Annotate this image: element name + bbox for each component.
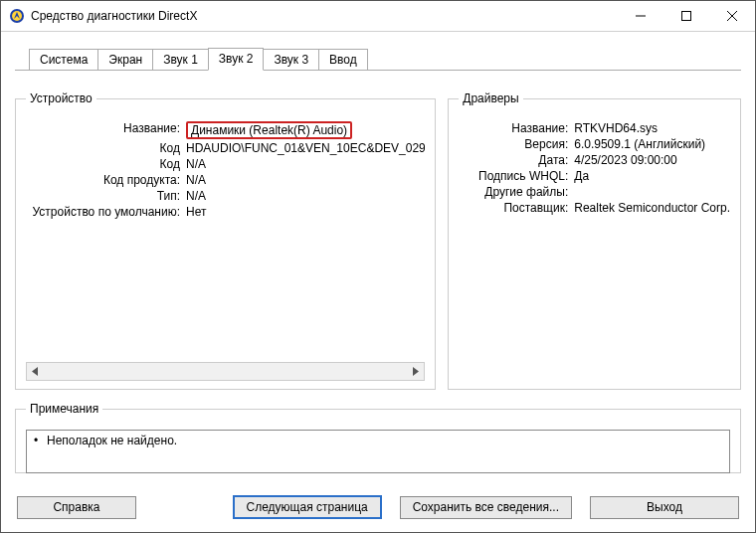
- label: Код продукта:: [26, 173, 186, 187]
- notes-group: Примечания • Неполадок не найдено.: [15, 402, 741, 473]
- maximize-button[interactable]: [663, 1, 709, 31]
- value: [574, 185, 730, 199]
- scroll-left-arrow-icon[interactable]: [27, 364, 44, 379]
- close-button[interactable]: [709, 1, 755, 31]
- app-icon: [9, 8, 25, 24]
- tab-input[interactable]: Ввод: [318, 49, 368, 71]
- label: Устройство по умолчанию:: [26, 205, 186, 219]
- drivers-group: Драйверы Название: RTKVHD64.sys Версия: …: [448, 91, 741, 390]
- window-title: Средство диагностики DirectX: [31, 9, 618, 23]
- device-row-type: Тип: N/A: [26, 189, 425, 203]
- tab-sound-3[interactable]: Звук 3: [263, 49, 319, 71]
- drivers-legend: Драйверы: [459, 91, 522, 105]
- tab-underline: [15, 70, 741, 71]
- bullet-icon: •: [33, 434, 39, 447]
- notes-body[interactable]: • Неполадок не найдено.: [26, 430, 730, 473]
- tab-label: Ввод: [329, 53, 357, 67]
- panels-row: Устройство Название: Динамики (Realtek(R…: [15, 91, 741, 390]
- client-area: Система Экран Звук 1 Звук 2 Звук 3 Ввод …: [1, 32, 755, 482]
- value: N/A: [186, 173, 425, 187]
- driver-row-date: Дата: 4/25/2023 09:00:00: [459, 153, 730, 167]
- device-name-highlight: Динамики (Realtek(R) Audio): [186, 121, 352, 139]
- value: Да: [574, 169, 730, 183]
- value: 4/25/2023 09:00:00: [574, 153, 730, 167]
- help-button[interactable]: Справка: [17, 496, 136, 519]
- tab-label: Система: [40, 53, 88, 67]
- device-legend: Устройство: [26, 91, 96, 105]
- tab-sound-1[interactable]: Звук 1: [152, 49, 209, 71]
- tab-label: Звук 1: [163, 53, 198, 67]
- device-group: Устройство Название: Динамики (Realtek(R…: [15, 91, 436, 390]
- label: Название:: [459, 121, 574, 135]
- save-all-info-button[interactable]: Сохранить все сведения...: [400, 496, 572, 519]
- notes-text: Неполадок не найдено.: [47, 434, 177, 447]
- label: Версия:: [459, 137, 574, 151]
- value: N/A: [186, 189, 425, 203]
- label: Код: [26, 157, 186, 171]
- driver-row-name: Название: RTKVHD64.sys: [459, 121, 730, 135]
- label: Код: [26, 141, 186, 155]
- driver-row-other-files: Другие файлы:: [459, 185, 730, 199]
- device-row-code: Код HDAUDIO\FUNC_01&VEN_10EC&DEV_0298&SU…: [26, 141, 425, 155]
- tab-display[interactable]: Экран: [97, 49, 153, 71]
- tab-label: Звук 3: [274, 53, 308, 67]
- device-horizontal-scrollbar[interactable]: [26, 362, 425, 381]
- svg-rect-3: [682, 12, 691, 21]
- driver-row-version: Версия: 6.0.9509.1 (Английский): [459, 137, 730, 151]
- scroll-right-arrow-icon[interactable]: [407, 364, 424, 379]
- app-window: Средство диагностики DirectX Система Экр…: [0, 0, 756, 533]
- value: HDAUDIO\FUNC_01&VEN_10EC&DEV_0298&SUB: [186, 141, 425, 155]
- value: Динамики (Realtek(R) Audio): [186, 121, 425, 139]
- label: Поставщик:: [459, 201, 574, 215]
- value: N/A: [186, 157, 425, 171]
- label: Подпись WHQL:: [459, 169, 574, 183]
- tab-system[interactable]: Система: [29, 49, 98, 71]
- window-buttons: [618, 1, 755, 31]
- value: Нет: [186, 205, 425, 219]
- footer: Справка Следующая страница Сохранить все…: [1, 482, 755, 532]
- driver-row-vendor: Поставщик: Realtek Semiconductor Corp.: [459, 201, 730, 215]
- value: RTKVHD64.sys: [574, 121, 730, 135]
- titlebar: Средство диагностики DirectX: [1, 1, 755, 32]
- label: Другие файлы:: [459, 185, 574, 199]
- tab-label: Звук 2: [219, 52, 254, 66]
- label: Название:: [26, 121, 186, 139]
- device-row-default: Устройство по умолчанию: Нет: [26, 205, 425, 219]
- label: Дата:: [459, 153, 574, 167]
- device-row-name: Название: Динамики (Realtek(R) Audio): [26, 121, 425, 139]
- notes-line: • Неполадок не найдено.: [33, 434, 723, 447]
- svg-line-5: [727, 11, 737, 21]
- svg-line-4: [727, 11, 737, 21]
- notes-section: Примечания • Неполадок не найдено.: [15, 402, 741, 473]
- exit-button[interactable]: Выход: [590, 496, 739, 519]
- minimize-button[interactable]: [618, 1, 663, 31]
- device-row-product-code: Код продукта: N/A: [26, 173, 425, 187]
- device-row-code2: Код N/A: [26, 157, 425, 171]
- tab-label: Экран: [108, 53, 142, 67]
- value: Realtek Semiconductor Corp.: [574, 201, 730, 215]
- next-page-button[interactable]: Следующая страница: [233, 495, 382, 519]
- notes-legend: Примечания: [26, 402, 102, 416]
- label: Тип:: [26, 189, 186, 203]
- value: 6.0.9509.1 (Английский): [574, 137, 730, 151]
- tab-strip: Система Экран Звук 1 Звук 2 Звук 3 Ввод: [29, 46, 741, 70]
- tab-sound-2[interactable]: Звук 2: [208, 48, 265, 71]
- driver-row-whql: Подпись WHQL: Да: [459, 169, 730, 183]
